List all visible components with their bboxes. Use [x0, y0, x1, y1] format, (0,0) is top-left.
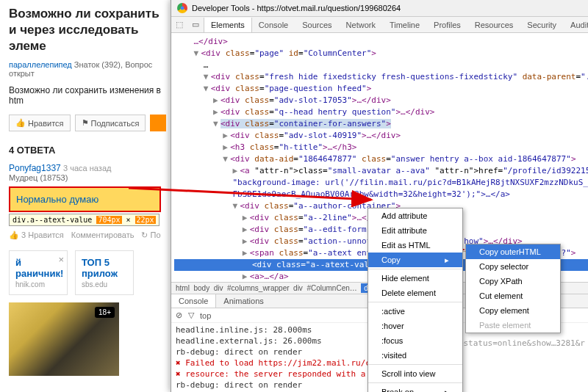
answer-item: Ponyfag1337 3 часа назад Мудрец (18753) — [9, 163, 161, 182]
context-submenu[interactable]: Copy outerHTMLCopy selectorCopy XPathCut… — [465, 244, 561, 333]
devtools-tab-sources[interactable]: Sources — [295, 18, 339, 32]
dom-node[interactable]: ▼<div class="fresh hide fixedsticky fres… — [174, 71, 588, 83]
answers-heading: 4 ОТВЕТА — [9, 145, 161, 156]
dom-node[interactable]: ▶<a "attr-n">class="small-avatar a--ava"… — [174, 165, 588, 177]
answer-text-highlighted: Нормально думаю — [9, 186, 161, 212]
devtools-window-title: Developer Tools - https://otvet.mail.ru/… — [171, 0, 588, 17]
answer-like[interactable]: 👍 3 Нравится — [9, 231, 64, 240]
devtools-tab-audits[interactable]: Audits — [564, 18, 588, 32]
dom-node[interactable]: ▶<div class="adv-slot-40919">…</div> — [174, 130, 588, 142]
flag-icon: ⚑ — [82, 118, 89, 128]
dom-node[interactable]: ▶<div class="q--head hentry question">…<… — [174, 106, 588, 118]
answer-time: 3 часа назад — [63, 164, 111, 173]
menu-item[interactable]: :active — [368, 304, 462, 319]
answer-comment[interactable]: Комментировать — [71, 231, 135, 240]
close-icon[interactable]: × — [58, 254, 64, 265]
question-title: Возможно ли сохранить и через исследоват… — [9, 6, 161, 54]
promo-card[interactable]: ТОП 5 прилож sbs.edu — [75, 250, 134, 295]
menu-item[interactable]: :focus — [368, 333, 462, 348]
menu-item[interactable]: Cut element — [466, 288, 560, 303]
like-button[interactable]: 👍Нравится — [9, 115, 71, 131]
menu-item[interactable]: Copy element — [466, 303, 560, 318]
menu-item[interactable]: Scroll into view — [368, 366, 462, 381]
menu-item[interactable]: Delete element — [368, 286, 462, 300]
dom-node[interactable]: ▼<div class="container-for-answers"> — [174, 118, 588, 130]
menu-item[interactable]: Copy XPath — [466, 274, 560, 288]
console-tab[interactable]: Console — [171, 294, 216, 308]
menu-item[interactable]: :hover — [368, 319, 462, 333]
menu-item[interactable]: Edit attribute — [368, 223, 462, 238]
devtools-tab-console[interactable]: Console — [252, 18, 295, 32]
dom-node[interactable]: …</div> — [174, 36, 588, 48]
dom-node[interactable]: "background-image: url('//filin.mail.ru/… — [174, 177, 588, 189]
dom-node[interactable]: ▼<div data-aid="1864647877" class="answe… — [174, 153, 588, 165]
menu-item[interactable]: Break on… — [368, 385, 462, 392]
menu-item[interactable]: Hide element — [368, 271, 462, 286]
subscribe-button[interactable]: ⚑Подписаться — [75, 115, 146, 131]
devtools-tab-elements[interactable]: Elements — [204, 18, 252, 32]
dom-node[interactable]: ▼<div class="page-question hfeed"> — [174, 83, 588, 95]
device-icon[interactable]: ▭ — [187, 17, 204, 32]
menu-item[interactable]: Copy outerHTML — [466, 244, 560, 259]
dom-node[interactable]: FbSDE1do9aecB_AOuaoBV00Ar8bw&width=32&he… — [174, 189, 588, 200]
promo-card[interactable]: × й раничник! hnik.com — [9, 250, 68, 295]
dom-node[interactable]: … — [174, 59, 588, 71]
age-badge: 18+ — [95, 307, 115, 318]
question-body: Возможно ли сохранить изменения в htm — [9, 85, 161, 106]
menu-item[interactable]: Copy — [368, 253, 462, 267]
clear-icon[interactable]: ⊘ — [176, 311, 182, 320]
thumbnail-image[interactable]: 18+ — [9, 302, 119, 376]
menu-item[interactable]: Edit as HTML — [368, 238, 462, 253]
menu-item[interactable]: :visited — [368, 348, 462, 363]
question-meta: параллелепипед Знаток (392), Вопрос откр… — [9, 60, 161, 78]
answer-share[interactable]: ↻ По — [141, 231, 160, 240]
context-select[interactable]: top — [200, 311, 211, 320]
asker-link[interactable]: параллелепипед — [9, 60, 72, 69]
menu-item[interactable]: Add attribute — [368, 208, 462, 223]
dom-node[interactable]: ▶<div class="adv-slot-17053">…</div> — [174, 95, 588, 106]
answer-user-link[interactable]: Ponyfag1337 — [9, 163, 61, 173]
dom-node[interactable]: ▼<div class="page" id="ColumnCenter"> — [174, 48, 588, 59]
answer-rank: Мудрец (18753) — [9, 173, 161, 182]
inspector-tooltip: div.a--atext-value 704px × 22px — [9, 214, 159, 226]
menu-item[interactable]: Copy selector — [466, 259, 560, 274]
console-tab[interactable]: Animations — [216, 294, 270, 308]
devtools-tab-timeline[interactable]: Timeline — [383, 18, 427, 32]
thumb-icon: 👍 — [15, 118, 26, 128]
filter-icon[interactable]: ▽ — [188, 311, 194, 320]
answer-button[interactable] — [150, 115, 165, 131]
dom-node[interactable]: ▶<h3 class="h-title">…</h3> — [174, 142, 588, 153]
devtools-tab-resources[interactable]: Resources — [468, 18, 521, 32]
devtools-tab-network[interactable]: Network — [340, 18, 383, 32]
devtools-tab-security[interactable]: Security — [520, 18, 564, 32]
inspect-icon[interactable]: ⬚ — [171, 17, 187, 32]
context-menu[interactable]: Add attributeEdit attributeEdit as HTMLC… — [368, 208, 463, 392]
answer-actions: 👍 3 Нравится Комментировать ↻ По — [9, 231, 161, 240]
devtools-tab-profiles[interactable]: Profiles — [427, 18, 468, 32]
menu-item[interactable]: Paste element — [466, 318, 560, 333]
chrome-icon — [177, 3, 187, 13]
